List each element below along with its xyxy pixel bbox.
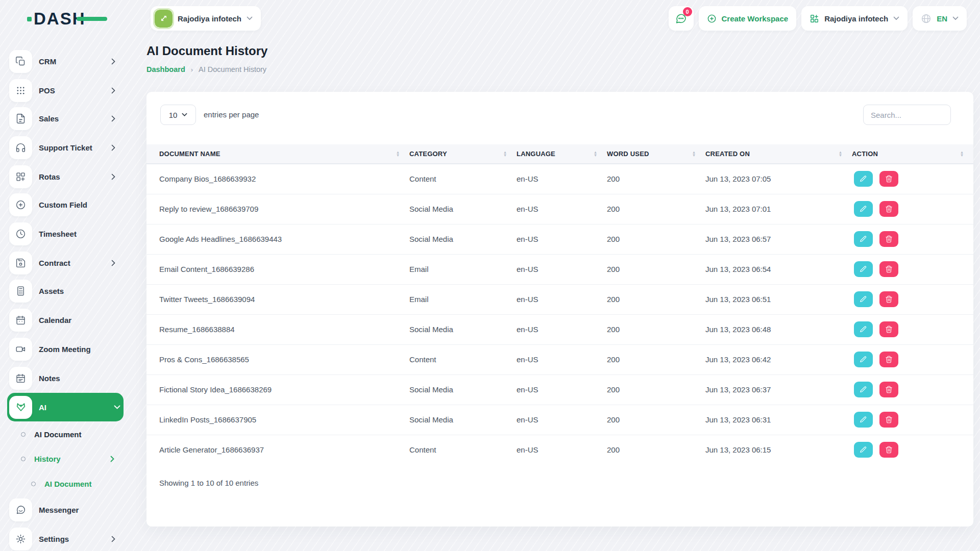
cell-word-used: 200 [607, 405, 705, 435]
documents-table: DOCUMENT NAME▴▾ CATEGORY▴▾ LANGUAGE▴▾ WO… [146, 144, 973, 487]
cell-created-on: Jun 13, 2023 06:42 [705, 344, 852, 374]
messages-button[interactable]: 0 [669, 6, 694, 31]
delete-button[interactable] [879, 261, 898, 277]
sidebar-item-crm[interactable]: CRM [9, 47, 118, 76]
edit-button[interactable] [854, 412, 873, 428]
sidebar-item-notes[interactable]: Notes [9, 364, 118, 392]
cell-language: en-US [517, 254, 607, 284]
table-row: Twitter Tweets_1686639094 Email en-US 20… [146, 284, 973, 314]
delete-button[interactable] [879, 321, 898, 337]
sidebar-item-assets[interactable]: Assets [9, 277, 118, 305]
edit-button[interactable] [854, 442, 873, 458]
sidebar-subitem-ai-document[interactable]: AI Document [0, 422, 128, 446]
edit-button[interactable] [854, 321, 873, 337]
cell-language: en-US [517, 164, 607, 194]
column-header-document-name[interactable]: DOCUMENT NAME▴▾ [146, 144, 409, 164]
table-row: Company Bios_1686639932 Content en-US 20… [146, 164, 973, 194]
pencil-icon [860, 175, 867, 183]
delete-button[interactable] [879, 231, 898, 247]
column-header-action[interactable]: ACTION▴▾ [852, 144, 973, 164]
cell-actions [852, 194, 973, 224]
video-icon [9, 338, 32, 361]
trash-icon [885, 325, 893, 333]
cell-word-used: 200 [607, 374, 705, 405]
sidebar-item-zoom-meeting[interactable]: Zoom Meeting [9, 335, 118, 363]
trash-icon [885, 205, 893, 213]
sidebar-item-sales[interactable]: Sales [9, 104, 118, 133]
pencil-icon [860, 356, 867, 363]
table-row: LinkedIn Posts_1686637905 Social Media e… [146, 405, 973, 435]
cell-document-name: Reply to review_1686639709 [146, 194, 409, 224]
edit-button[interactable] [854, 201, 873, 217]
column-header-word-used[interactable]: WORD USED▴▾ [607, 144, 705, 164]
search-input[interactable] [863, 105, 951, 125]
edit-button[interactable] [854, 291, 873, 307]
sidebar-item-messenger[interactable]: Messenger [9, 495, 118, 524]
pencil-icon [860, 325, 867, 333]
sidebar-subitem-history[interactable]: History [0, 446, 128, 471]
sort-icon: ▴▾ [961, 151, 963, 157]
breadcrumb-dashboard-link[interactable]: Dashboard [146, 65, 185, 73]
cell-document-name: Twitter Tweets_1686639094 [146, 284, 409, 314]
bullet-icon [21, 457, 26, 461]
cell-word-used: 200 [607, 284, 705, 314]
app-root: DASH Rajodiya infotech 0 Create Workspac… [0, 0, 980, 551]
delete-button[interactable] [879, 412, 898, 428]
sidebar-item-settings[interactable]: Settings [9, 524, 118, 551]
workspace-switcher[interactable]: Rajodiya infotech [151, 6, 261, 31]
edit-button[interactable] [854, 352, 873, 367]
sidebar-item-rotas[interactable]: Rotas [9, 162, 118, 191]
delete-button[interactable] [879, 382, 898, 397]
cell-category: Social Media [409, 405, 517, 435]
edit-button[interactable] [854, 231, 873, 247]
contract-icon [9, 252, 32, 274]
column-header-language[interactable]: LANGUAGE▴▾ [517, 144, 607, 164]
sidebar-item-ai[interactable]: AI [7, 393, 124, 421]
sidebar-item-timesheet[interactable]: Timesheet [9, 219, 118, 248]
gear-icon [9, 528, 32, 550]
cell-actions [852, 224, 973, 254]
cell-document-name: Fictional Story Idea_1686638269 [146, 374, 409, 405]
entries-per-page-select[interactable]: 10 [160, 105, 196, 125]
sidebar-item-support-ticket[interactable]: Support Ticket [9, 133, 118, 162]
sidebar-item-pos[interactable]: POS [9, 76, 118, 105]
cell-category: Email [409, 284, 517, 314]
cell-created-on: Jun 13, 2023 06:37 [705, 374, 852, 405]
sidebar-item-calendar[interactable]: Calendar [9, 306, 118, 334]
app-logo[interactable]: DASH [34, 9, 86, 30]
column-header-created-on[interactable]: CREATED ON▴▾ [705, 144, 852, 164]
language-selector[interactable]: EN [913, 6, 967, 31]
delete-button[interactable] [879, 442, 898, 458]
cell-category: Social Media [409, 224, 517, 254]
cell-actions [852, 254, 973, 284]
cell-language: en-US [517, 194, 607, 224]
column-header-category[interactable]: CATEGORY▴▾ [409, 144, 517, 164]
sidebar-item-contract[interactable]: Contract [9, 248, 118, 277]
chevron-down-icon [114, 405, 120, 410]
grid-plus-icon [9, 165, 32, 188]
table-row: Pros & Cons_1686638565 Content en-US 200… [146, 344, 973, 374]
trash-icon [885, 175, 893, 183]
edit-button[interactable] [854, 382, 873, 397]
sidebar-item-custom-field[interactable]: Custom Field [9, 190, 118, 219]
create-workspace-button[interactable]: Create Workspace [699, 6, 797, 31]
edit-button[interactable] [854, 171, 873, 187]
cell-created-on: Jun 13, 2023 06:31 [705, 405, 852, 435]
pencil-icon [860, 205, 867, 213]
trash-icon [885, 416, 893, 423]
chevron-right-icon [111, 173, 115, 180]
cell-created-on: Jun 13, 2023 07:01 [705, 194, 852, 224]
workspace-menu-label: Rajodiya infotech [824, 14, 888, 23]
delete-button[interactable] [879, 201, 898, 217]
workspace-menu[interactable]: Rajodiya infotech [801, 6, 908, 31]
globe-icon [921, 13, 932, 24]
delete-button[interactable] [879, 291, 898, 307]
chevron-right-icon [111, 87, 115, 94]
sidebar-subitem-history-ai-document[interactable]: AI Document [0, 471, 128, 496]
delete-button[interactable] [879, 352, 898, 367]
workspace-switcher-label: Rajodiya infotech [178, 14, 241, 23]
calendar-icon [9, 309, 32, 332]
edit-button[interactable] [854, 261, 873, 277]
content-card: 10 entries per page DOCUMENT NAME▴▾ CATE… [146, 92, 973, 527]
delete-button[interactable] [879, 171, 898, 187]
